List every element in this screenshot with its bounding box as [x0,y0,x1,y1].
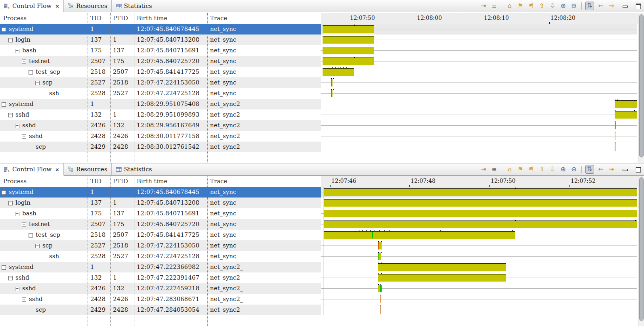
column-header-trace[interactable]: Trace [210,15,227,22]
collapse-toggle-icon[interactable]: − [2,27,6,32]
scrollbar-thumb[interactable] [639,14,644,157]
column-header-birth-time[interactable]: Birth time [137,15,167,22]
align-views-button[interactable]: ⇥ [480,165,487,173]
state-bar-olive[interactable] [615,132,615,140]
table-row-sshd[interactable]: −sshd132112:08:29.951099893net_sync2 [0,109,321,120]
column-divider[interactable] [110,13,111,163]
collapse-toggle-icon[interactable]: − [22,297,26,302]
state-bar-green[interactable] [378,253,379,260]
collapse-toggle-icon[interactable]: − [15,212,19,216]
column-header-trace[interactable]: Trace [210,178,227,185]
state-bar-olive[interactable] [323,68,354,76]
state-bar-olive[interactable] [324,188,637,196]
collapse-toggle-icon[interactable]: − [22,222,26,227]
state-bar-orange[interactable] [380,306,381,314]
follow-state-change-forward-button[interactable]: ⇝ [608,165,615,173]
state-bar-olive[interactable] [615,111,637,119]
collapse-toggle-icon[interactable]: − [8,38,13,42]
state-bar-olive[interactable] [324,221,637,228]
table-row-sshd[interactable]: −sshd242613212:08:29.956167649net_sync2 [0,120,321,131]
table-row-scp[interactable]: −scp2527251812:07:47.224153050net_sync [0,77,321,88]
maximize-button[interactable] [635,3,642,10]
collapse-toggle-icon[interactable]: − [22,134,26,139]
state-bar-olive[interactable] [324,210,637,217]
vertical-scrollbar[interactable] [638,13,644,163]
zoom-out-button[interactable]: ⊖ [570,165,578,173]
column-header-tid[interactable]: TID [90,15,101,22]
table-row-ssh[interactable]: ssh2528252712:07:47.224725128net_sync [0,251,321,262]
follow-state-change-forward-button[interactable]: ⇝ [608,2,615,10]
table-row-sshd[interactable]: −sshd2428242612:08:30.011777158net_sync2 [0,131,321,142]
maximize-button[interactable] [635,166,642,173]
table-row-login[interactable]: −login137112:07:45.840713208net_sync [0,35,321,45]
table-row-sshd[interactable]: −sshd2428242612:07:47.283068671net_sync2… [0,294,321,305]
column-header-ptid[interactable]: PTID [113,15,128,22]
timeline-chart[interactable] [321,24,638,152]
hide-arrows-button[interactable]: ⇅ [585,2,594,10]
hide-arrows-button[interactable]: ⇅ [585,165,594,174]
column-header-birth-time[interactable]: Birth time [137,178,167,185]
minimize-button[interactable] [622,3,629,10]
tab-control-flow[interactable]: Control Flow × [0,0,64,12]
column-divider[interactable] [88,176,88,326]
up-button[interactable]: ⇧ [538,165,546,173]
state-bar-olive[interactable] [332,90,333,97]
vertical-scrollbar[interactable] [638,176,644,326]
table-row-scp[interactable]: −scp2527251812:07:47.224153050net_sync [0,240,321,251]
collapse-toggle-icon[interactable]: − [2,102,6,107]
table-row-systemd[interactable]: −systemd112:07:45.840678445net_sync [0,24,321,35]
column-header-process[interactable]: Process [3,15,27,22]
table-row-testnet[interactable]: −testnet250717512:07:45.840725720net_syn… [0,219,321,230]
collapse-toggle-icon[interactable]: − [8,201,13,205]
previous-marker-button[interactable]: ⚑ [516,165,524,173]
state-bar-olive[interactable] [332,79,333,86]
next-marker-button[interactable]: ⚑ [527,2,535,10]
collapse-toggle-icon[interactable]: − [15,124,19,128]
tab-statistics[interactable]: Statistics [112,163,157,175]
state-bar-orange[interactable] [380,295,381,303]
table-row-test_scp[interactable]: −test_scp2518250712:07:45.841417725net_s… [0,230,321,240]
collapse-toggle-icon[interactable]: − [8,113,13,117]
home-button[interactable]: ⌂ [506,165,514,173]
zoom-out-button[interactable]: ⊖ [570,2,578,10]
table-row-testnet[interactable]: −testnet250717512:07:45.840725720net_syn… [0,56,321,67]
state-bar-olive[interactable] [323,36,374,44]
state-bar-green[interactable] [372,232,373,238]
timeline-axis[interactable]: 12:07:4612:07:4812:07:5012:07:52 [321,176,638,187]
tab-statistics[interactable]: Statistics [112,0,157,12]
state-bar-green[interactable] [380,285,382,292]
table-row-systemd[interactable]: −systemd112:07:47.222366982net_sync2_ [0,262,321,272]
column-divider[interactable] [207,13,208,163]
table-row-systemd[interactable]: −systemd112:08:29.951075408net_sync2 [0,99,321,109]
table-row-sshd[interactable]: −sshd132112:07:47.222391467net_sync2_ [0,272,321,283]
table-row-bash[interactable]: −bash17513712:07:45.840715691net_sync [0,45,321,56]
table-row-systemd[interactable]: −systemd112:07:45.840678445net_sync [0,187,321,198]
column-header-process[interactable]: Process [3,178,27,185]
close-icon[interactable]: × [55,167,59,173]
state-bar-olive[interactable] [324,231,515,239]
state-bar-olive[interactable] [615,100,637,108]
collapse-toggle-icon[interactable]: − [35,81,40,85]
table-row-ssh[interactable]: ssh2528252712:07:47.224725128net_sync [0,88,321,99]
tab-resources[interactable]: Resources [64,0,112,12]
follow-state-change-back-button[interactable]: ⇜ [597,165,605,173]
column-divider[interactable] [207,176,208,326]
collapse-toggle-icon[interactable]: − [8,276,13,280]
align-views-button[interactable]: ⇥ [480,2,487,10]
zoom-in-button[interactable]: ⊕ [559,2,567,10]
collapse-toggle-icon[interactable]: − [29,233,33,238]
column-divider[interactable] [110,176,111,326]
show-legend-button[interactable]: ≡ [490,2,498,10]
close-icon[interactable]: × [55,3,59,9]
column-divider[interactable] [134,176,134,326]
collapse-toggle-icon[interactable]: − [35,244,40,248]
collapse-toggle-icon[interactable]: − [29,70,33,75]
down-button[interactable]: ⇩ [548,2,556,10]
table-row-sshd[interactable]: −sshd242613212:07:47.227459218net_sync2_ [0,283,321,294]
column-header-ptid[interactable]: PTID [113,178,128,185]
collapse-toggle-icon[interactable]: − [15,287,19,291]
collapse-toggle-icon[interactable]: − [2,265,6,270]
column-divider[interactable] [88,13,88,163]
tab-control-flow[interactable]: Control Flow × [0,163,64,176]
state-bar-olive[interactable] [323,58,374,65]
